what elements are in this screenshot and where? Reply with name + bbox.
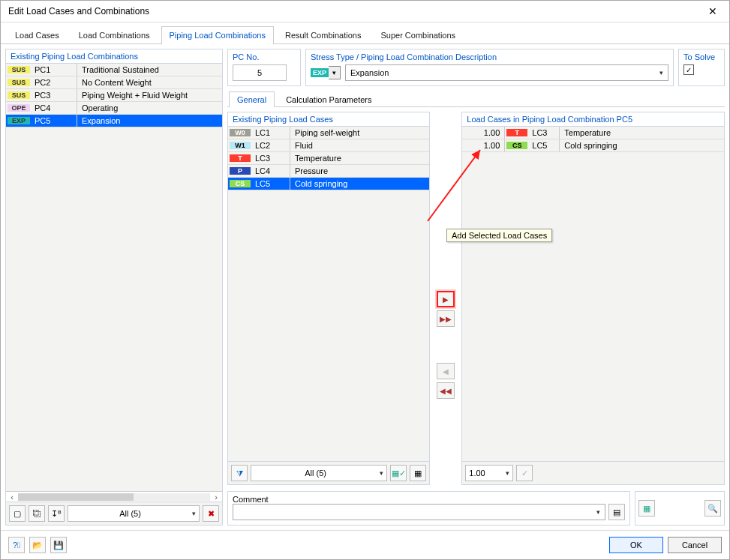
add-selected-button[interactable]: ▶ — [437, 291, 455, 307]
cancel-button[interactable]: Cancel — [668, 537, 722, 553]
delete-pc-button[interactable]: ✖ — [203, 505, 219, 522]
tab-super-combinations[interactable]: Super Combinations — [372, 26, 464, 44]
existing-lc-filter-select[interactable]: All (5) ▾ — [251, 465, 387, 481]
select-all-button[interactable]: ▦✓ — [390, 465, 407, 481]
content-area: Existing Piping Load Combinations SUS PC… — [1, 44, 729, 530]
lc-row[interactable]: W0 LC1 Piping self-weight — [228, 127, 429, 139]
close-icon[interactable]: ✕ — [704, 5, 722, 17]
factor-value: 1.00 — [469, 469, 485, 478]
lc-code: LC2 — [252, 141, 290, 150]
tab-result-combinations[interactable]: Result Combinations — [277, 26, 370, 44]
new-pc-button[interactable]: ▢ — [9, 505, 26, 522]
scroll-left-icon[interactable]: ‹ — [6, 493, 18, 502]
save-button[interactable]: 💾 — [50, 537, 67, 553]
factor-select[interactable]: 1.00 ▾ — [465, 465, 513, 481]
divider — [504, 139, 505, 151]
pc-row[interactable]: SUS PC2 No Content Weight — [6, 76, 222, 89]
existing-pc-panel: Existing Piping Load Combinations SUS PC… — [5, 49, 223, 526]
stress-type-select[interactable]: EXP ▾ — [311, 65, 341, 80]
included-lc-panel: Load Cases in Piping Load Combination PC… — [461, 112, 725, 485]
lc-code: LC4 — [252, 166, 290, 175]
pc-desc: No Content Weight — [77, 78, 222, 87]
apply-button[interactable]: ▦ — [638, 500, 655, 517]
pc-list[interactable]: SUS PC1 Traditional Sustained SUS PC2 No… — [6, 64, 222, 491]
pc-row[interactable]: SUS PC3 Piping Weight + Fluid Weight — [6, 89, 222, 102]
pc-code: PC5 — [32, 116, 77, 125]
subtab-calc-params[interactable]: Calculation Parameters — [278, 91, 380, 107]
pc-desc: Traditional Sustained — [77, 65, 222, 74]
lc-tag-t: T — [506, 129, 527, 136]
pc-tag-sus: SUS — [8, 79, 30, 86]
stress-type-badge: EXP — [311, 68, 329, 77]
help-button[interactable]: ?⃝ — [8, 537, 25, 553]
top-row: PC No. Stress Type / Piping Load Combina… — [227, 49, 725, 86]
included-lc-list[interactable]: 1.00 T LC3 Temperature 1.00 CS LC5 — [462, 127, 724, 461]
tosolve-label: To Solve — [683, 52, 719, 61]
lc-code: LC1 — [252, 128, 290, 137]
lc-row[interactable]: CS LC5 Cold springing — [228, 178, 429, 190]
scroll-thumb[interactable] — [18, 493, 134, 501]
mid-row: Existing Piping Load Cases W0 LC1 Piping… — [227, 112, 725, 487]
dialog-footer: ?⃝ 📂 💾 OK Cancel — [1, 530, 729, 559]
h-scrollbar[interactable]: ‹ › — [6, 491, 222, 502]
pc-desc: Expansion — [77, 116, 222, 125]
lc-row[interactable]: 1.00 CS LC5 Cold springing — [462, 139, 724, 152]
pc-tag-exp: EXP — [8, 117, 30, 124]
lc-code: LC3 — [252, 154, 290, 163]
included-lc-toolbar: 1.00 ▾ ✓ — [462, 461, 724, 484]
pc-row[interactable]: EXP PC5 Expansion — [6, 115, 222, 127]
deselect-all-button[interactable]: ▦ — [410, 465, 426, 481]
lc-row[interactable]: W1 LC2 Fluid — [228, 139, 429, 152]
chevron-down-icon: ▾ — [596, 508, 600, 516]
pc-row[interactable]: SUS PC1 Traditional Sustained — [6, 64, 222, 76]
existing-lc-list[interactable]: W0 LC1 Piping self-weight W1 LC2 Fluid — [228, 127, 429, 461]
stress-desc-input[interactable]: Expansion ▾ — [345, 64, 668, 81]
lc-row[interactable]: 1.00 T LC3 Temperature — [462, 127, 724, 139]
apply-factor-button[interactable]: ✓ — [516, 465, 533, 481]
lc-desc: Fluid — [290, 141, 429, 150]
copy-pc-button[interactable]: ⿻ — [29, 505, 45, 522]
tab-load-combinations[interactable]: Load Combinations — [71, 26, 158, 44]
subtab-general[interactable]: General — [229, 91, 275, 107]
lc-desc: Piping self-weight — [290, 128, 429, 137]
pc-tag-ope: OPE — [8, 104, 30, 112]
details-button[interactable]: 🔍 — [704, 500, 721, 517]
sort-pc-button[interactable]: ↧ᴮ — [48, 505, 65, 522]
comment-input[interactable]: ▾ — [233, 504, 605, 520]
stress-label: Stress Type / Piping Load Combination De… — [311, 52, 668, 61]
comment-library-button[interactable]: ▤ — [608, 504, 625, 520]
scroll-track[interactable] — [18, 493, 210, 501]
open-button[interactable]: 📂 — [29, 537, 46, 553]
pc-code: PC3 — [32, 91, 77, 100]
tab-piping-load-combinations[interactable]: Piping Load Combinations — [161, 26, 274, 44]
tab-load-cases[interactable]: Load Cases — [7, 26, 68, 44]
pc-filter-select[interactable]: All (5) ▾ — [68, 505, 200, 522]
included-lc-title: Load Cases in Piping Load Combination PC… — [462, 112, 724, 127]
add-all-button[interactable]: ▶▶ — [437, 310, 455, 327]
pcno-group: PC No. — [227, 49, 301, 86]
lc-desc: Pressure — [290, 166, 429, 175]
ok-button[interactable]: OK — [609, 537, 663, 553]
pc-code: PC4 — [32, 103, 77, 112]
side-toolbar: ▦ 🔍 — [635, 491, 725, 526]
existing-lc-filter-value: All (5) — [254, 469, 377, 478]
lc-tag-w0: W0 — [230, 129, 251, 136]
comment-row: Comment ▾ ▤ ▦ 🔍 — [227, 491, 725, 526]
pc-row[interactable]: OPE PC4 Operating — [6, 102, 222, 115]
chevron-down-icon: ▾ — [329, 66, 341, 79]
chevron-down-icon: ▾ — [659, 69, 663, 76]
scroll-right-icon[interactable]: › — [210, 493, 222, 502]
tosolve-checkbox[interactable]: ✓ — [683, 64, 694, 75]
existing-pc-title: Existing Piping Load Combinations — [6, 49, 222, 64]
remove-selected-button[interactable]: ◀ — [437, 363, 455, 379]
footer-left-tools: ?⃝ 📂 💾 — [8, 537, 67, 553]
lc-tag-cs: CS — [230, 180, 251, 187]
filter-button[interactable]: ⧩ — [231, 465, 248, 481]
lc-row[interactable]: T LC3 Temperature — [228, 152, 429, 165]
pcno-input[interactable] — [233, 64, 287, 81]
add-selected-tooltip: Add Selected Load Cases — [446, 229, 552, 242]
remove-all-button[interactable]: ◀◀ — [437, 382, 455, 399]
chevron-down-icon: ▾ — [506, 469, 509, 477]
lc-row[interactable]: P LC4 Pressure — [228, 165, 429, 178]
existing-lc-title: Existing Piping Load Cases — [228, 112, 429, 127]
